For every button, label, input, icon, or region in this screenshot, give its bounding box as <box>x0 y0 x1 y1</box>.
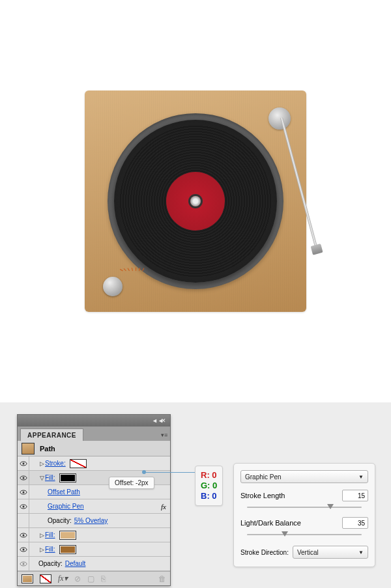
svg-point-9 <box>22 534 24 536</box>
fill-label[interactable]: Fill: <box>45 474 55 481</box>
panel-footer: fx▾ ⊘ ▢ ⎘ 🗑 <box>18 571 170 585</box>
svg-point-11 <box>22 548 24 550</box>
disclosure-icon[interactable]: ▷ <box>38 532 45 539</box>
fill-swatch[interactable] <box>59 531 76 540</box>
stroke-length-slider[interactable] <box>247 504 362 511</box>
effect-dropdown[interactable]: Graphic Pen ▼ <box>240 470 368 483</box>
direction-value: Vertical <box>297 549 319 556</box>
clear-icon[interactable]: ⊘ <box>74 574 81 583</box>
turntable-illustration <box>85 91 306 312</box>
b-label: B: <box>201 491 210 501</box>
tonearm <box>280 117 318 250</box>
appearance-tab[interactable]: APPEARANCE <box>20 428 83 441</box>
fill-label[interactable]: Fill: <box>45 546 55 553</box>
visibility-toggle[interactable] <box>18 485 29 499</box>
offset-tooltip: Offset: -2px <box>109 477 154 489</box>
collapse-icon[interactable]: ◄◄ <box>152 419 158 423</box>
svg-point-3 <box>22 477 24 479</box>
direction-label: Stroke Direction: <box>240 549 289 556</box>
visibility-toggle[interactable] <box>18 456 29 470</box>
panels-area: ◄◄ ✕ APPEARANCE ▾≡ Path ▷ Stroke: <box>0 402 391 588</box>
balance-input[interactable]: 35 <box>342 517 368 529</box>
stroke-swatch[interactable] <box>70 459 87 468</box>
vinyl-spindle <box>190 196 201 206</box>
vinyl-record <box>114 120 277 283</box>
graphic-pen-link[interactable]: Graphic Pen <box>48 503 84 510</box>
disclosure-icon[interactable]: ▷ <box>38 460 45 467</box>
opacity-default-link[interactable]: Default <box>65 560 86 567</box>
fx-icon: fx <box>161 503 166 511</box>
selected-object-row[interactable]: Path <box>18 441 170 456</box>
visibility-toggle[interactable] <box>18 542 29 556</box>
close-icon[interactable]: ✕ <box>161 419 167 423</box>
direction-dropdown[interactable]: Vertical ▼ <box>293 546 368 559</box>
rgb-callout: R: 0 G: 0 B: 0 <box>195 466 223 506</box>
duplicate-icon[interactable]: ⎘ <box>101 574 106 583</box>
svg-point-13 <box>22 563 24 565</box>
svg-point-1 <box>22 462 24 464</box>
stroke-length-input[interactable]: 15 <box>342 490 368 501</box>
visibility-toggle[interactable] <box>18 557 29 570</box>
opacity-default-row[interactable]: Opacity: Default <box>18 557 170 571</box>
opacity-label: Opacity: <box>38 560 63 567</box>
disclosure-icon[interactable]: ▽ <box>38 475 45 481</box>
opacity-label: Opacity: <box>48 517 72 524</box>
g-value: 0 <box>212 481 217 490</box>
connector-line <box>145 472 195 473</box>
graphic-pen-row[interactable]: Graphic Pen fx <box>18 499 170 514</box>
balance-label: Light/Dark Balance <box>240 519 301 527</box>
svg-point-7 <box>22 505 24 507</box>
footer-fill-swatch[interactable] <box>22 574 33 583</box>
canvas-area <box>0 0 391 402</box>
opacity-value-link[interactable]: 5% Overlay <box>74 517 108 524</box>
tonearm-base <box>268 107 291 130</box>
connector-dot <box>142 470 146 474</box>
fill-label[interactable]: Fill: <box>45 531 55 539</box>
footer-stroke-swatch[interactable] <box>40 574 51 583</box>
visibility-toggle[interactable] <box>18 471 29 484</box>
object-thumbnail <box>22 443 35 455</box>
fill-swatch[interactable] <box>59 473 76 483</box>
stroke-label[interactable]: Stroke: <box>45 460 66 467</box>
r-value: 0 <box>212 470 216 480</box>
object-name: Path <box>40 445 55 453</box>
visibility-toggle[interactable] <box>18 528 29 542</box>
effect-name: Graphic Pen <box>245 473 282 481</box>
tab-bar: APPEARANCE ▾≡ <box>18 427 170 441</box>
offset-path-link[interactable]: Offset Path <box>48 488 80 496</box>
stroke-length-label: Stroke Length <box>240 492 285 499</box>
opacity-overlay-row[interactable]: Opacity: 5% Overlay <box>18 514 170 528</box>
g-label: G: <box>201 481 210 490</box>
fill-row-2[interactable]: ▷ Fill: <box>18 528 170 542</box>
disclosure-icon[interactable]: ▷ <box>38 546 45 553</box>
trash-icon[interactable]: 🗑 <box>158 574 166 583</box>
fill-row-3[interactable]: ▷ Fill: <box>18 542 170 557</box>
r-label: R: <box>201 470 210 480</box>
blank-eye <box>18 514 29 527</box>
volume-knob <box>103 277 123 296</box>
fill-swatch[interactable] <box>59 545 76 554</box>
svg-point-5 <box>22 491 24 493</box>
graphic-pen-settings: Graphic Pen ▼ Stroke Length 15 Light/Dar… <box>233 463 375 567</box>
dropdown-arrow-icon: ▼ <box>358 550 364 555</box>
new-fill-icon[interactable]: ▢ <box>87 574 94 583</box>
b-value: 0 <box>212 491 216 501</box>
panel-header[interactable]: ◄◄ ✕ <box>18 415 170 427</box>
knob-marks <box>123 268 149 281</box>
fx-menu-icon[interactable]: fx▾ <box>58 574 68 583</box>
dropdown-arrow-icon: ▼ <box>358 474 364 480</box>
stroke-row[interactable]: ▷ Stroke: <box>18 456 170 471</box>
panel-menu-icon[interactable]: ▾≡ <box>161 433 167 437</box>
visibility-toggle[interactable] <box>18 499 29 513</box>
needle-head <box>311 244 323 255</box>
appearance-panel: ◄◄ ✕ APPEARANCE ▾≡ Path ▷ Stroke: <box>17 414 171 586</box>
balance-slider[interactable] <box>247 531 362 538</box>
